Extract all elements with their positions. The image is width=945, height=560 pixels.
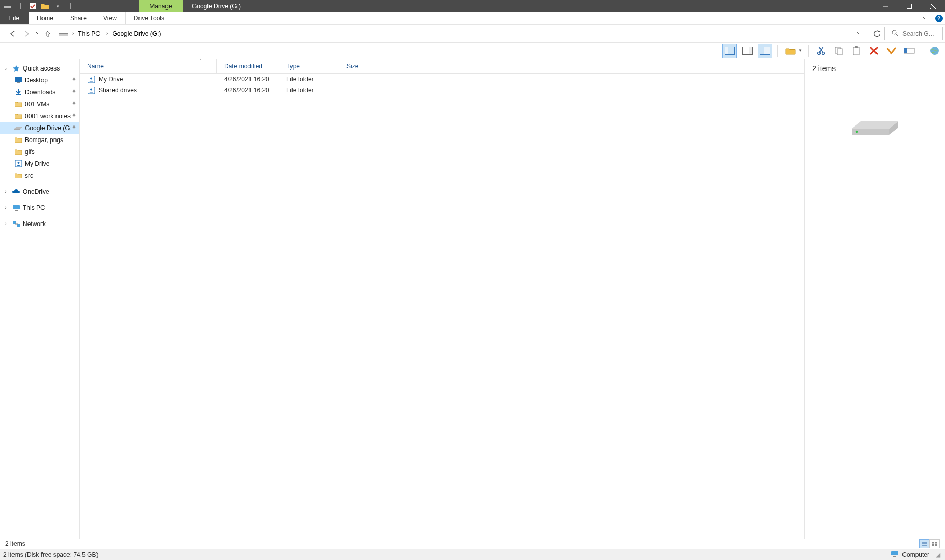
tab-view[interactable]: View — [95, 12, 125, 24]
drive-preview-icon — [846, 109, 904, 147]
chevron-right-icon[interactable]: › — [2, 205, 9, 211]
folder-y-icon — [13, 137, 23, 143]
column-size[interactable]: Size — [339, 59, 378, 73]
chevron-down-icon[interactable]: ⌄ — [2, 65, 9, 71]
qat-customize-icon[interactable]: ▾ — [54, 3, 61, 10]
details-pane-toggle[interactable] — [740, 44, 755, 58]
sidebar-item-label: src — [25, 172, 33, 179]
undo-button[interactable] — [902, 44, 916, 58]
quick-access-toolbar: ⎮ ▾ ⎮ — [0, 0, 77, 12]
column-type[interactable]: Type — [279, 59, 339, 73]
breadcrumb-this-pc[interactable]: This PC — [75, 27, 103, 40]
sidebar-item[interactable]: Downloads — [0, 86, 79, 98]
help-button[interactable]: ? — [933, 12, 945, 24]
sidebar-item-label: gifs — [25, 148, 35, 156]
search-box[interactable] — [888, 27, 943, 40]
properties-icon[interactable] — [29, 3, 36, 10]
svg-rect-25 — [855, 46, 858, 48]
rename-button[interactable] — [884, 44, 899, 58]
tree-label: This PC — [23, 204, 45, 212]
paste-button[interactable] — [849, 44, 864, 58]
address-dropdown-button[interactable] — [854, 32, 865, 35]
sidebar-item[interactable]: 0001 work notes — [0, 110, 79, 122]
expand-ribbon-button[interactable] — [918, 12, 933, 24]
sidebar-item[interactable]: Desktop — [0, 74, 79, 86]
address-bar[interactable]: › This PC › Google Drive (G:) — [55, 27, 866, 40]
chevron-right-icon[interactable]: › — [2, 221, 9, 227]
file-tab[interactable]: File — [0, 12, 29, 24]
location-indicator[interactable]: Computer — [886, 551, 934, 558]
table-row[interactable]: My Drive4/26/2021 16:20File folder — [80, 74, 804, 85]
close-button[interactable] — [921, 0, 945, 12]
search-input[interactable] — [902, 30, 939, 37]
tree-label: Quick access — [23, 65, 60, 72]
cloud-icon — [11, 189, 21, 194]
computer-icon — [11, 205, 21, 211]
maximize-button[interactable] — [897, 0, 921, 12]
resize-grip-icon[interactable]: ◢ — [934, 551, 942, 558]
svg-point-18 — [818, 52, 821, 54]
sidebar-item[interactable]: 001 VMs — [0, 98, 79, 110]
sidebar-item-label: Google Drive (G: — [25, 124, 72, 132]
new-folder-dropdown[interactable]: ▼ — [798, 48, 803, 53]
recent-locations-button[interactable] — [34, 26, 43, 41]
sidebar-item[interactable]: Google Drive (G: — [0, 122, 79, 134]
preview-pane-toggle[interactable] — [722, 44, 737, 58]
svg-point-30 — [930, 47, 939, 55]
svg-rect-32 — [17, 82, 20, 83]
svg-rect-40 — [13, 221, 16, 224]
tree-network[interactable]: › Network — [0, 218, 79, 230]
up-button[interactable] — [43, 26, 53, 41]
svg-rect-15 — [760, 47, 770, 54]
table-row[interactable]: Shared drives4/26/2021 16:20File folder — [80, 85, 804, 95]
svg-rect-8 — [59, 33, 68, 34]
tab-drive-tools[interactable]: Drive Tools — [126, 12, 173, 24]
forward-button[interactable] — [20, 26, 34, 41]
sidebar-item[interactable]: My Drive — [0, 158, 79, 170]
column-name[interactable]: Name ˄ — [80, 59, 217, 73]
status-bar: 2 items — [0, 539, 945, 549]
tree-onedrive[interactable]: › OneDrive — [0, 186, 79, 198]
copy-button[interactable] — [831, 44, 846, 58]
svg-point-37 — [17, 162, 19, 164]
svg-rect-59 — [893, 556, 896, 557]
breadcrumb-current[interactable]: Google Drive (G:) — [109, 27, 164, 40]
sidebar-item[interactable]: Bomgar, pngs — [0, 134, 79, 146]
new-folder-icon[interactable] — [41, 3, 49, 10]
tree-quick-access[interactable]: ⌄ Quick access — [0, 62, 79, 74]
back-button[interactable] — [5, 26, 20, 41]
tab-home[interactable]: Home — [29, 12, 62, 24]
column-date-modified[interactable]: Date modified — [217, 59, 279, 73]
details-view-toggle[interactable] — [919, 539, 929, 548]
refresh-button[interactable] — [869, 27, 885, 40]
svg-marker-34 — [14, 127, 22, 129]
chevron-right-icon[interactable]: › — [2, 189, 9, 194]
gd-folder-icon — [87, 86, 95, 94]
delete-button[interactable] — [867, 44, 881, 58]
bottom-status-bar: 2 items (Disk free space: 74.5 GB) Compu… — [0, 549, 945, 560]
new-folder-button[interactable] — [783, 44, 798, 58]
explorer-body: ⌄ Quick access DesktopDownloads001 VMs00… — [0, 59, 945, 539]
tab-share[interactable]: Share — [62, 12, 95, 24]
titlebar-gap — [77, 0, 139, 12]
pin-icon — [72, 124, 76, 131]
file-date: 4/26/2021 16:20 — [217, 76, 279, 83]
sidebar-item[interactable]: gifs — [0, 146, 79, 158]
file-rows[interactable]: My Drive4/26/2021 16:20File folderShared… — [80, 74, 804, 539]
cut-button[interactable] — [814, 44, 828, 58]
help-icon: ? — [935, 15, 943, 22]
drive-icon — [4, 3, 11, 10]
chevron-right-icon[interactable]: › — [69, 31, 75, 36]
globe-icon[interactable] — [927, 44, 942, 58]
sidebar-item[interactable]: src — [0, 170, 79, 181]
tree-this-pc[interactable]: › This PC — [0, 202, 79, 214]
chevron-right-icon[interactable]: › — [103, 31, 109, 36]
minimize-button[interactable] — [873, 0, 897, 12]
file-list: Name ˄ Date modified Type Size My Drive4… — [80, 59, 805, 539]
navigation-pane-toggle[interactable] — [758, 44, 772, 58]
large-icons-view-toggle[interactable] — [929, 539, 940, 548]
qat-sep-icon: ⎮ — [17, 3, 24, 10]
contextual-tab-label[interactable]: Manage — [139, 0, 183, 12]
navigation-tree[interactable]: ⌄ Quick access DesktopDownloads001 VMs00… — [0, 59, 80, 539]
svg-rect-31 — [15, 77, 22, 82]
